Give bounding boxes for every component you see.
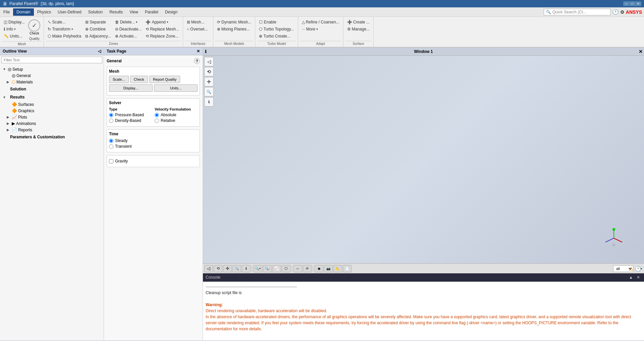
materials-label: Materials [16,80,33,84]
tree-item-graphics[interactable]: 🔶 Graphics [1,108,102,114]
bt-probe-btn[interactable]: 📈 [272,265,281,272]
enable-turbo-btn[interactable]: ☐Enable [257,19,296,25]
check-btn[interactable]: ✓ Check [27,19,42,36]
display-btn[interactable]: ◫ Display... [2,19,26,25]
replace-zone-btn[interactable]: ⟲Replace Zone... [144,33,181,40]
transient-option[interactable]: Transient [109,144,198,149]
bt-info-btn[interactable]: ℹ [242,265,251,272]
absolute-option[interactable]: Absolute [155,113,198,117]
vp-rotate-btn[interactable]: ⟲ [204,67,214,76]
tree-item-plots[interactable]: ▶ 📈 Plots [1,114,102,120]
bt-prev-btn[interactable]: ⟳ [303,265,312,272]
manage-surface-btn[interactable]: ⚙Manage... [345,26,371,32]
replace-mesh-btn[interactable]: ⟲Replace Mesh... [144,26,181,32]
menu-solution[interactable]: Solution [85,8,106,16]
bt-zoom-out-btn[interactable]: 🔍- [263,265,272,272]
quality-btn[interactable]: Quality [28,36,41,41]
menu-domain[interactable]: Domain [13,8,34,16]
units-icon: 📏 [4,34,9,39]
console-close-btn[interactable]: ✕ [635,274,641,280]
bt-rotate-btn[interactable]: ⟲ [214,265,222,272]
mixing-planes-btn[interactable]: ⊕Mixing Planes... [215,26,253,32]
tree-item-general[interactable]: ◎ General [1,72,102,79]
outline-collapse-btn[interactable]: ◁ [98,49,101,54]
bt-back-btn[interactable]: ← [293,265,302,272]
adapt-more-btn[interactable]: ···More▾ [300,26,341,32]
units-task-btn[interactable]: Units... [154,84,198,92]
turbo-topology-btn[interactable]: ⬡Turbo Topology... [257,26,296,32]
tree-item-materials[interactable]: ▶ ⬡ Materials [1,79,102,85]
tree-item-animations[interactable]: ▶ ▶ Animations [1,120,102,127]
mesh-interfaces-btn[interactable]: ⊞Mesh... [185,19,209,25]
deactivate-btn[interactable]: ⊖Deactivate... [113,26,144,32]
overset-btn[interactable]: ○Overset... [185,26,209,32]
info-btn[interactable]: ℹ Info ▾ [2,26,26,32]
steady-option[interactable]: Steady [109,138,198,143]
maximize-btn[interactable]: □ [629,1,635,6]
check-task-btn[interactable]: Check [130,76,148,83]
close-btn[interactable]: ✕ [635,1,641,6]
units-btn[interactable]: 📏 Units... [2,33,26,40]
refine-coarsen-btn[interactable]: △Refine / Coarsen... [300,19,341,25]
help-btn[interactable]: ? [194,58,200,64]
separator-2 [292,266,292,272]
bt-zoom-btn[interactable]: 🔍 [232,265,241,272]
append-icon: ➕ [146,20,151,24]
create-surface-btn[interactable]: ➕Create ... [345,19,371,25]
bt-surface-btn[interactable]: 📷 [324,265,333,272]
scale-btn[interactable]: ⤡Scale... [46,19,83,25]
bt-select-btn[interactable]: ◁ [204,265,213,272]
menu-view[interactable]: View [126,8,142,16]
tree-item-setup[interactable]: ▼ ◎ Setup [1,66,102,72]
minimize-btn[interactable]: ─ [623,1,629,6]
turbo-create-btn[interactable]: ⊕Turbo Create... [257,33,296,40]
bt-translate-btn[interactable]: ✛ [223,265,232,272]
dynamic-mesh-btn[interactable]: ⟳Dynamic Mesh... [215,19,253,25]
console-collapse-btn[interactable]: ▲ [628,274,634,280]
separate-btn[interactable]: ⊞Separate [84,19,112,25]
menu-parallel[interactable]: Parallel [142,8,162,16]
density-based-option[interactable]: Density-Based [109,118,152,123]
bt-axis-btn[interactable]: 📐 [333,265,342,272]
task-close-btn[interactable]: ✕ [197,49,200,54]
solver-section: Solver Type Pressure-Based Density-Based [107,98,200,127]
menu-results[interactable]: Results [106,8,126,16]
menu-user-defined[interactable]: User-Defined [54,8,85,16]
display-task-btn[interactable]: Display... [109,84,153,92]
tree-item-results[interactable]: ▼ Results [1,93,102,101]
bt-mesh-btn[interactable]: ◉ [315,265,323,272]
viewport-close-btn[interactable]: ✕ [639,49,643,54]
settings-icon[interactable]: ⚙ [620,9,625,15]
bt-zoom-in-btn[interactable]: 🔍+ [254,265,262,272]
vp-pan-btn[interactable]: ✛ [204,77,214,86]
append-btn[interactable]: ➕Append▾ [144,19,181,25]
vp-select-btn[interactable]: ◁ [204,57,214,66]
menu-file[interactable]: File [0,8,13,16]
delete-btn[interactable]: 🗑Delete...▾ [113,19,144,25]
make-polyhedra-btn[interactable]: ⬡Make Polyhedra [46,33,83,40]
transform-btn[interactable]: ↻Transform▾ [46,26,83,32]
menu-physics[interactable]: Physics [34,8,54,16]
scale-task-btn[interactable]: Scale... [109,76,129,83]
pressure-based-option[interactable]: Pressure-Based [109,113,152,117]
viewport[interactable]: ◁ ⟲ ✛ 🔍 ℹ Y [203,56,644,263]
bt-fit-btn[interactable]: ⬡ [282,265,290,272]
adjacency-btn[interactable]: ⧉Adjacency... [84,33,112,40]
tree-item-reports[interactable]: ▶ 📄 Reports [1,127,102,133]
gravity-checkbox[interactable] [109,159,113,163]
menu-design[interactable]: Design [162,8,181,16]
bt-ruler-btn[interactable]: 📄 [343,265,352,272]
filter-input[interactable] [1,57,102,63]
tree-item-surfaces[interactable]: 🔶 Surfaces [1,101,102,108]
vp-zoom-box-btn[interactable]: 🔍 [204,87,214,96]
tree-item-parameters[interactable]: Parameters & Customization [1,133,102,141]
report-quality-task-btn[interactable]: Report Quality [149,76,180,83]
tree-item-solution[interactable]: Solution [1,85,102,93]
combine-btn[interactable]: ⊕Combine [84,26,112,32]
relative-option[interactable]: Relative [155,118,198,123]
vp-info-btn[interactable]: ℹ [204,97,214,107]
console-content[interactable]: ----------------------------------------… [203,282,644,340]
search-box[interactable]: 🔍 Quick Search (Ct... [544,9,611,15]
activate-btn[interactable]: ⊕Activate... [113,33,144,40]
gravity-checkbox-item[interactable]: Gravity [109,157,198,165]
